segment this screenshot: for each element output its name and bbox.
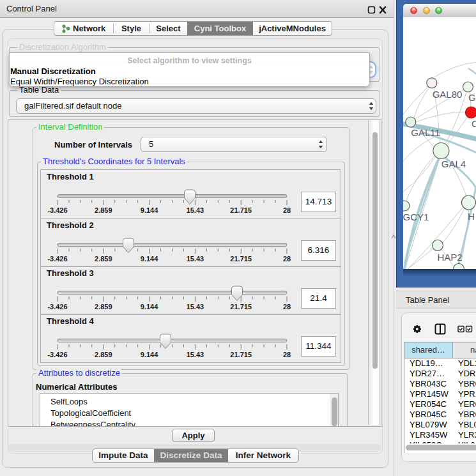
svg-text:2.859: 2.859 [95, 303, 112, 311]
svg-text:H: H [468, 211, 475, 222]
svg-text:GA: GA [468, 92, 476, 103]
svg-text:-3.426: -3.426 [47, 303, 67, 311]
svg-text:9.144: 9.144 [141, 303, 158, 311]
svg-text:2.859: 2.859 [95, 255, 112, 263]
svg-text:15.43: 15.43 [187, 303, 204, 311]
svg-text:15.43: 15.43 [187, 351, 204, 358]
svg-text:28: 28 [283, 303, 291, 311]
svg-text:15.43: 15.43 [187, 206, 204, 214]
svg-text:-3.426: -3.426 [47, 206, 67, 214]
svg-text:GAL4: GAL4 [441, 158, 466, 169]
svg-text:GCY1: GCY1 [403, 211, 429, 222]
svg-text:28: 28 [283, 206, 291, 214]
svg-text:21.715: 21.715 [230, 255, 252, 263]
svg-text:15.43: 15.43 [187, 255, 204, 263]
svg-text:21.715: 21.715 [230, 206, 252, 214]
svg-text:-3.426: -3.426 [47, 255, 67, 263]
svg-text:HAP2: HAP2 [437, 252, 462, 263]
svg-text:GAL11: GAL11 [411, 127, 440, 138]
svg-text:2.859: 2.859 [95, 351, 112, 358]
svg-text:21.715: 21.715 [230, 303, 252, 311]
svg-text:28: 28 [283, 351, 291, 358]
svg-text:2.859: 2.859 [95, 206, 112, 214]
svg-text:-3.426: -3.426 [47, 351, 67, 358]
svg-text:9.144: 9.144 [141, 351, 158, 358]
svg-text:9.144: 9.144 [141, 255, 158, 263]
svg-text:28: 28 [283, 255, 291, 263]
svg-text:21.715: 21.715 [230, 351, 252, 358]
svg-text:GAL80: GAL80 [433, 89, 463, 100]
svg-text:C: C [472, 118, 476, 129]
svg-text:9.144: 9.144 [141, 206, 158, 214]
